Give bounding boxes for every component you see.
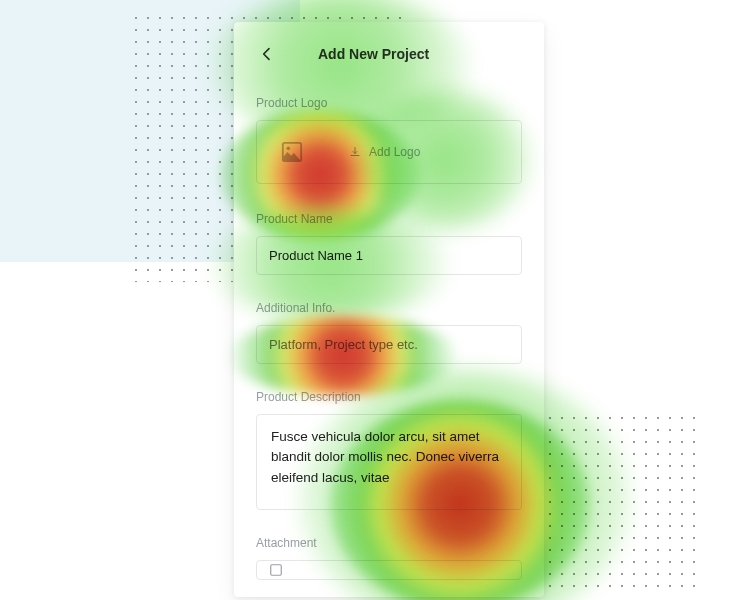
download-icon [349,146,361,158]
back-button[interactable] [256,40,278,68]
add-logo-label: Add Logo [369,145,420,159]
add-project-card: Add New Project Product Logo Add Logo Pr… [234,22,544,597]
label-product-name: Product Name [256,212,522,226]
product-description-textarea[interactable] [256,414,522,510]
card-header: Add New Project [256,40,522,68]
svg-rect-2 [271,565,282,576]
chevron-left-icon [259,46,275,62]
page-title: Add New Project [318,46,429,62]
label-additional-info: Additional Info. [256,301,522,315]
label-product-description: Product Description [256,390,522,404]
attachment-icon [269,563,283,577]
product-name-input[interactable] [256,236,522,275]
label-product-logo: Product Logo [256,96,522,110]
add-logo-button[interactable]: Add Logo [349,145,420,159]
additional-info-input[interactable] [256,325,522,364]
product-logo-box[interactable]: Add Logo [256,120,522,184]
attachment-box[interactable] [256,560,522,580]
svg-point-1 [287,147,291,151]
image-placeholder-icon [281,141,303,163]
label-attachment: Attachment [256,536,522,550]
